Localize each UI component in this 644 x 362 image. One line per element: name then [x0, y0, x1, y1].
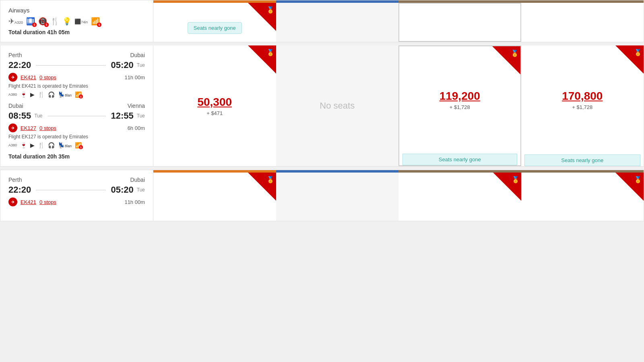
price-amount-4[interactable]: 170,800 [562, 90, 603, 103]
total-duration-emirates: Total duration 20h 35m [8, 153, 145, 160]
meal-icon-1: 🍴 [38, 91, 45, 98]
luggage-icon: 🛄$ [26, 17, 35, 26]
segment-1: Perth Dubai 22:20 05:20 Tue ✈ EK421 0 st… [8, 52, 145, 98]
times-row-1: 22:20 05:20 Tue [8, 60, 145, 70]
light-icon: 💡 [62, 17, 71, 26]
flight-info-emirates: Perth Dubai 22:20 05:20 Tue ✈ EK421 0 st… [0, 45, 153, 166]
price-panels-main: 🏅 50,300 + $471 No seats 🏅 119,200 [153, 45, 644, 166]
pp3-2 [276, 173, 399, 221]
segment-3-route: Perth Dubai [8, 177, 145, 183]
no-seats-text: No seats [320, 101, 355, 111]
flight-details-3: ✈ EK421 0 stops 11h 00m [8, 197, 145, 206]
duration-3: 11h 00m [124, 199, 145, 205]
from-city-2: Dubai [8, 103, 23, 109]
rm3-4: 🏅 [634, 176, 642, 183]
pp3-3[interactable]: 🏅 [398, 173, 521, 221]
plane-icon: ✈A320 [8, 17, 23, 26]
duration-2: 6h 00m [128, 125, 145, 131]
flight-details-2: ✈ EK127 0 stops 6h 00m [8, 123, 145, 132]
price-panels-3: 🏅 🏅 🏅 [153, 170, 644, 221]
price-supplement-3: + $1,728 [450, 104, 470, 110]
pp3-4[interactable]: 🏅 [521, 173, 644, 221]
meal-icon-2: 🍴 [38, 142, 45, 148]
drink-icon-2: 🍷 [20, 142, 27, 148]
duration-1: 11h 00m [124, 74, 145, 80]
arr-day-3: Tue [137, 187, 145, 193]
price-panel-4 [521, 3, 644, 42]
from-city-3: Perth [8, 177, 22, 183]
seat-icon-1: 💺8lan [58, 91, 72, 98]
segment-3-1: Perth Dubai 22:20 05:20 Tue ✈ EK421 0 st… [8, 177, 145, 206]
price-panel-wrapper-4 [521, 0, 644, 42]
to-city-1: Dubai [130, 52, 145, 58]
flight-num-3[interactable]: EK421 [21, 199, 36, 205]
airline-logo-3: ✈ [8, 197, 17, 206]
flight-line-1 [36, 65, 106, 66]
total-duration-airways: Total duration 41h 05m [8, 29, 145, 35]
video-icon-2: ▶ [30, 142, 35, 148]
pp3-1[interactable]: 🏅 [153, 173, 276, 221]
price-panel-wrapper-main-2: No seats [276, 45, 399, 166]
times-row-3: 22:20 05:20 Tue [8, 185, 145, 195]
arr-day-2: Tue [137, 113, 145, 119]
flight-line-3 [36, 190, 106, 190]
price-panel-main-1[interactable]: 🏅 50,300 + $471 [153, 45, 276, 166]
amenities-seg-2: A380 🍷 ▶ 🍴 🎧 💺8lan 📶$ [8, 142, 145, 148]
rm3-3: 🏅 [512, 176, 520, 183]
airline-logo-1: ✈ [8, 73, 17, 82]
price-panel-wrapper-1: 🏅 Seats nearly gone [153, 0, 276, 42]
price-panel-wrapper-2 [276, 0, 399, 42]
reward-medal-3: 🏅 [511, 49, 519, 57]
flight-line-2 [47, 116, 106, 116]
wifi-icon-2: 📶$ [75, 142, 82, 148]
price-panel-wrapper-main-4: 🏅 170,800 + $1,728 Seats nearly gone [521, 45, 644, 166]
segment-2: Dubai Vienna 08:55 Tue 12:55 Tue ✈ EK127… [8, 103, 145, 148]
to-city-3: Dubai [130, 177, 145, 183]
price-panel-main-4[interactable]: 🏅 170,800 + $1,728 Seats nearly gone [521, 45, 644, 166]
from-city-1: Perth [8, 52, 22, 58]
seats-nearly-gone-3: Seats nearly gone [402, 154, 517, 165]
dep-day-2: Tue [34, 113, 42, 119]
pw3-4: 🏅 [521, 170, 644, 221]
flight-num-1[interactable]: EK421 [21, 74, 36, 80]
amenities-top-airways: ✈A320 🛄$ 📵$ 🍴 💡 ⬛74in 📶$ [8, 17, 145, 26]
times-row-2: 08:55 Tue 12:55 Tue [8, 111, 145, 121]
flight-num-2[interactable]: EK127 [21, 125, 36, 131]
price-amount-3[interactable]: 119,200 [440, 90, 480, 103]
main-container: Airways ✈A320 🛄$ 📵$ 🍴 💡 ⬛74in 📶$ Total d… [0, 0, 644, 221]
seat-icon: ⬛74in [74, 19, 88, 25]
price-panel-1[interactable]: 🏅 Seats nearly gone [153, 3, 276, 42]
stops-3[interactable]: 0 stops [39, 199, 56, 205]
airline-name-airways: Airways [8, 7, 145, 14]
wifi-icon: 📶$ [91, 17, 100, 26]
drink-icon-1: 🍷 [20, 91, 27, 98]
dep-time-3: 22:20 [8, 185, 31, 195]
meal-icon: 🍴 [50, 17, 59, 26]
wifi-icon-1: 📶$ [75, 91, 82, 98]
stops-1[interactable]: 0 stops [39, 74, 56, 80]
price-panel-main-2: No seats [276, 45, 399, 166]
operated-by-2: Flight EK127 is operated by Emirates [8, 134, 145, 140]
price-panel-wrapper-main-1: 🏅 50,300 + $471 [153, 45, 276, 166]
pw3-2 [276, 170, 399, 221]
seats-nearly-gone-top: Seats nearly gone [188, 22, 242, 34]
flight-info-3: Perth Dubai 22:20 05:20 Tue ✈ EK421 0 st… [0, 170, 153, 221]
reward-medal-4: 🏅 [634, 49, 642, 56]
reward-medal-1: 🏅 [266, 49, 275, 56]
price-panel-main-3[interactable]: 🏅 119,200 + $1,728 Seats nearly gone [398, 45, 521, 166]
flight-info-airways: Airways ✈A320 🛄$ 📵$ 🍴 💡 ⬛74in 📶$ Total d… [0, 0, 153, 42]
rm3-1: 🏅 [266, 176, 275, 183]
price-supplement-1: + $471 [206, 110, 223, 116]
stops-2[interactable]: 0 stops [39, 125, 56, 131]
price-amount-1[interactable]: 50,300 [197, 96, 232, 109]
segment-2-route: Dubai Vienna [8, 103, 145, 109]
price-panel-3 [398, 3, 521, 42]
flight-result-emirates: Perth Dubai 22:20 05:20 Tue ✈ EK421 0 st… [0, 45, 644, 167]
seat-icon-2: 💺8lan [58, 142, 72, 148]
headphones-icon-2: 🎧 [48, 142, 55, 148]
amenities-seg-1: A380 🍷 ▶ 🍴 🎧 💺8lan 📶$ [8, 91, 145, 98]
airline-logo-2: ✈ [8, 123, 17, 132]
reward-icon-1: 🏅 [266, 6, 275, 14]
seats-nearly-gone-4: Seats nearly gone [524, 154, 641, 166]
dep-time-1: 22:20 [8, 60, 31, 70]
